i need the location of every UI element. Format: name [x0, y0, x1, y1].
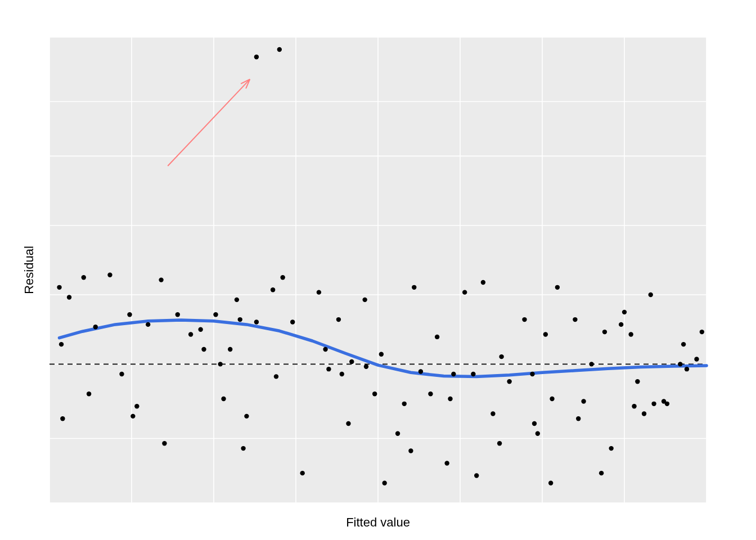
svg-point-88 [543, 332, 548, 336]
svg-point-75 [451, 372, 456, 376]
svg-point-87 [536, 431, 540, 435]
svg-point-19 [254, 55, 259, 59]
svg-point-67 [402, 402, 407, 406]
svg-point-59 [346, 421, 350, 426]
svg-point-49 [271, 287, 275, 292]
svg-point-82 [499, 354, 503, 359]
svg-point-83 [507, 379, 511, 384]
svg-point-77 [471, 372, 475, 376]
svg-point-106 [651, 402, 656, 406]
y-axis-label: Residual [22, 246, 37, 294]
svg-point-33 [146, 322, 150, 327]
svg-point-38 [198, 327, 202, 332]
svg-point-113 [700, 330, 704, 334]
svg-point-51 [280, 275, 285, 280]
svg-point-81 [497, 441, 502, 446]
svg-point-96 [599, 471, 604, 475]
svg-point-110 [681, 342, 686, 346]
svg-point-108 [665, 402, 669, 406]
svg-point-111 [685, 367, 689, 371]
svg-point-40 [213, 312, 218, 317]
svg-point-74 [448, 397, 452, 401]
svg-point-41 [218, 362, 222, 366]
svg-point-69 [412, 285, 416, 290]
svg-point-78 [474, 473, 479, 478]
svg-point-42 [221, 397, 226, 401]
svg-point-55 [323, 347, 327, 352]
svg-point-94 [581, 399, 586, 403]
svg-point-98 [609, 446, 613, 451]
svg-point-109 [678, 362, 682, 366]
svg-point-60 [349, 359, 354, 364]
svg-point-104 [642, 411, 646, 416]
svg-point-45 [238, 317, 242, 322]
svg-point-50 [274, 374, 278, 379]
svg-point-48 [254, 320, 259, 324]
svg-point-53 [300, 471, 304, 475]
x-axis-label: Fitted value [346, 515, 410, 530]
svg-point-66 [395, 431, 400, 435]
plot-area [46, 34, 710, 506]
svg-point-34 [159, 277, 163, 282]
svg-point-29 [119, 372, 124, 376]
svg-point-79 [481, 280, 485, 285]
svg-point-85 [530, 372, 534, 376]
svg-point-97 [602, 330, 607, 334]
svg-point-20 [277, 47, 282, 52]
svg-point-63 [372, 392, 377, 396]
svg-point-27 [93, 325, 98, 329]
svg-point-62 [364, 364, 368, 369]
svg-point-89 [548, 481, 553, 485]
svg-point-95 [589, 362, 593, 366]
svg-point-52 [290, 320, 295, 324]
svg-point-21 [57, 285, 61, 290]
svg-point-92 [573, 317, 577, 322]
svg-point-35 [162, 441, 166, 446]
svg-point-86 [532, 421, 537, 426]
svg-point-47 [244, 414, 249, 418]
svg-point-101 [628, 332, 633, 336]
svg-point-54 [317, 290, 321, 294]
svg-point-37 [188, 332, 193, 336]
svg-point-43 [228, 347, 232, 352]
svg-point-76 [462, 290, 467, 294]
svg-point-71 [428, 392, 433, 396]
svg-point-90 [550, 397, 554, 401]
svg-point-103 [635, 379, 640, 384]
svg-point-102 [632, 404, 636, 408]
svg-point-84 [522, 317, 526, 322]
svg-point-46 [241, 446, 245, 451]
svg-point-24 [67, 295, 71, 299]
svg-point-80 [490, 411, 495, 416]
svg-point-72 [435, 335, 439, 339]
svg-point-100 [622, 310, 627, 314]
svg-point-26 [87, 392, 91, 396]
svg-point-99 [619, 322, 623, 327]
svg-point-105 [649, 292, 653, 297]
svg-point-61 [362, 298, 367, 302]
svg-point-39 [201, 347, 206, 352]
svg-point-31 [130, 414, 135, 418]
svg-point-73 [444, 461, 449, 465]
svg-point-57 [336, 317, 341, 322]
svg-point-93 [576, 416, 580, 421]
svg-point-112 [694, 357, 699, 361]
svg-point-58 [340, 372, 344, 376]
svg-point-30 [127, 312, 132, 317]
svg-point-36 [176, 312, 180, 317]
svg-point-70 [418, 369, 423, 374]
svg-point-64 [379, 352, 384, 357]
svg-point-65 [382, 481, 386, 485]
svg-point-44 [235, 298, 239, 302]
svg-point-68 [408, 448, 413, 453]
residual-plot: Residual Fitted value [46, 34, 710, 506]
svg-point-28 [107, 273, 112, 277]
svg-point-23 [60, 416, 65, 421]
svg-point-22 [59, 342, 64, 346]
svg-point-91 [555, 285, 560, 290]
svg-point-25 [82, 275, 86, 280]
svg-point-56 [326, 367, 331, 371]
svg-point-32 [134, 404, 139, 408]
